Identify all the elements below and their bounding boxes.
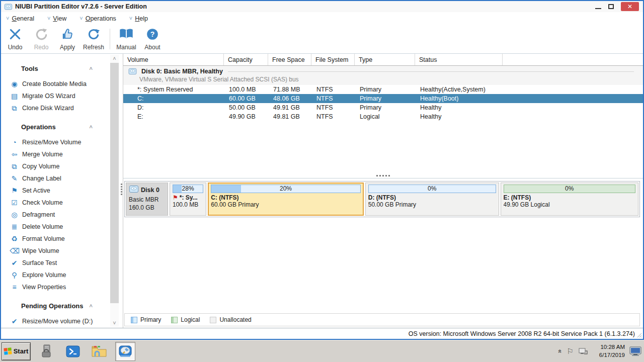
disk-group-row[interactable]: Disk 0: Basic MBR, Healthy VMware, VMwar… <box>123 66 643 85</box>
taskbar-niubi-icon[interactable] <box>115 342 135 361</box>
column-header-file-system[interactable]: File System <box>311 54 355 65</box>
disk-info-box[interactable]: Disk 0Basic MBR160.0 GB <box>126 183 168 216</box>
merge-volume-icon: ⇦ <box>10 151 19 158</box>
partition-label: D: (NTFS) <box>368 194 396 201</box>
partition-detail: 60.00 GB Primary <box>211 201 361 208</box>
taskbar-explorer-icon[interactable] <box>89 342 109 361</box>
maximize-button[interactable] <box>608 4 614 9</box>
hidden-icons-chevron-icon[interactable]: « <box>556 349 564 353</box>
partition-block-cntfs[interactable]: 20%C: (NTFS)60.00 GB Primary <box>208 183 364 216</box>
sidebar-item-label: Change Label <box>22 175 61 182</box>
cell-capacity: 60.00 GB <box>224 95 268 102</box>
clock-time: 10:28 AM <box>593 343 625 351</box>
sidebar-item-resize-move-volume[interactable]: ◔Resize/Move Volume <box>1 136 123 148</box>
sidebar-item-merge-volume[interactable]: ⇦Merge Volume <box>1 148 123 160</box>
sidebar-item-change-label[interactable]: ✎Change Label <box>1 172 123 185</box>
resize-grip[interactable] <box>637 333 642 338</box>
legend-swatch-primary <box>131 317 137 323</box>
toolbar-button-label: Refresh <box>83 44 104 51</box>
volume-row-d[interactable]: D:50.00 GB49.91 GBNTFSPrimaryHealthy <box>123 103 643 112</box>
defragment-icon: ◎ <box>10 211 19 218</box>
apply-button[interactable]: Apply <box>54 25 80 53</box>
sidebar-item-create-bootable-media[interactable]: ◉Create Bootable Media <box>1 78 123 90</box>
sidebar-item-surface-test[interactable]: ✔Surface Test <box>1 257 123 269</box>
menu-general[interactable]: ˅General <box>6 15 34 22</box>
maximize-icon <box>608 4 614 9</box>
volume-row-e[interactable]: E:49.90 GB49.81 GBNTFSLogicalHealthy <box>123 112 643 121</box>
sidebar-item-label: Resize/Move Volume <box>22 139 81 146</box>
manual-button[interactable]: Manual <box>113 25 139 53</box>
migrate-os-icon: ▤ <box>10 93 19 100</box>
scroll-up-icon[interactable]: ˄ <box>110 55 119 62</box>
redo-button[interactable]: Redo <box>28 25 54 53</box>
toolbar-button-label: Apply <box>60 44 75 51</box>
close-button[interactable]: ✕ <box>621 2 639 11</box>
cell-file_system: NTFS <box>311 104 355 111</box>
collapse-caret-icon: ˄ <box>90 65 93 71</box>
sidebar-item-check-volume[interactable]: ☑Check Volume <box>1 197 123 209</box>
partition-block-dntfs[interactable]: 0%D: (NTFS)50.00 GB Primary <box>365 183 499 216</box>
menu-operations[interactable]: ˅Operations <box>79 15 116 22</box>
refresh-button[interactable]: Refresh <box>80 25 107 53</box>
taskbar-clock[interactable]: 10:28 AM 6/17/2019 <box>593 343 625 359</box>
usage-bar: 0% <box>368 185 496 193</box>
cell-file_system: NTFS <box>311 86 355 93</box>
column-header-capacity[interactable]: Capacity <box>224 54 268 65</box>
minimize-button[interactable] <box>595 4 601 9</box>
menu-help[interactable]: ˅Help <box>129 15 148 22</box>
column-header-free-space[interactable]: Free Space <box>268 54 311 65</box>
sidebar-item-label: Defragment <box>22 211 55 218</box>
partition-block-entfs[interactable]: 0%E: (NTFS)49.90 GB Logical <box>501 183 639 216</box>
taskbar-server-manager-icon[interactable] <box>37 342 57 361</box>
column-header-type[interactable]: Type <box>355 54 415 65</box>
undo-button[interactable]: Undo <box>2 25 28 53</box>
cell-type: Primary <box>355 86 415 93</box>
sidebar-item-set-active[interactable]: ⚑Set Active <box>1 185 123 197</box>
taskbar: Start « <box>0 340 644 362</box>
set-active-icon: ⚑ <box>10 187 19 194</box>
sidebar-item-label: Copy Volume <box>22 163 59 170</box>
column-header-status[interactable]: Status <box>415 54 503 65</box>
vertical-splitter-handle[interactable] <box>121 184 122 195</box>
sidebar-section-tools[interactable]: Tools˄ <box>1 62 123 75</box>
sidebar-item-migrate-os-wizard[interactable]: ▤Migrate OS Wizard <box>1 90 123 102</box>
sidebar-item-copy-volume[interactable]: ⧉Copy Volume <box>1 160 123 172</box>
network-tray-icon[interactable] <box>578 347 588 356</box>
menu-label: Operations <box>86 15 116 22</box>
sidebar-item-format-volume[interactable]: ♻Format Volume <box>1 233 123 245</box>
sidebar-item-resize-move-volume-d-[interactable]: ✔Resize/Move volume (D:) <box>1 315 123 327</box>
sidebar-item-delete-volume[interactable]: ≣Delete Volume <box>1 221 123 233</box>
sidebar-item-label: Set Active <box>22 187 50 194</box>
cell-volume: D: <box>123 104 224 111</box>
explore-volume-icon: ⚲ <box>10 272 19 279</box>
sidebar-item-label: View Properties <box>22 284 66 291</box>
sidebar-item-defragment[interactable]: ◎Defragment <box>1 209 123 221</box>
scroll-down-icon[interactable]: ˅ <box>110 319 119 327</box>
toolbar-button-label: About <box>144 44 160 51</box>
cell-free_space: 71.88 MB <box>268 86 311 93</box>
start-button[interactable]: Start <box>2 342 31 360</box>
sidebar-item-label: Wipe Volume <box>22 247 59 254</box>
start-label: Start <box>14 347 29 355</box>
volume-row-c[interactable]: C:60.00 GB48.06 GBNTFSPrimaryHealthy(Boo… <box>123 94 643 103</box>
scrollbar-thumb[interactable] <box>110 63 119 303</box>
volume-row-*systemreserved[interactable]: *: System Reserved100.0 MB71.88 MBNTFSPr… <box>123 85 643 94</box>
sidebar-section-pending-operations[interactable]: Pending Operations˄ <box>1 299 123 312</box>
sidebar-section-operations[interactable]: Operations˄ <box>1 120 123 133</box>
sidebar-item-label: Surface Test <box>22 259 57 266</box>
sidebar-item-clone-disk-wizard[interactable]: ⧉Clone Disk Wizard <box>1 102 123 114</box>
sidebar-item-label: Clone Disk Wizard <box>22 105 74 112</box>
column-header-volume[interactable]: Volume <box>123 54 224 65</box>
cell-file_system: NTFS <box>311 95 355 102</box>
partition-block-sy[interactable]: 28%⚑*: Sy...100.0 MB <box>170 183 206 216</box>
taskbar-powershell-icon[interactable] <box>63 342 83 361</box>
sidebar-item-explore-volume[interactable]: ⚲Explore Volume <box>1 269 123 281</box>
horizontal-splitter-handle[interactable] <box>123 171 643 178</box>
action-center-flag-icon[interactable]: ⚐ <box>567 347 574 356</box>
about-button[interactable]: ?About <box>139 25 166 53</box>
sidebar-item-wipe-volume[interactable]: ⌫Wipe Volume <box>1 245 123 257</box>
menu-view[interactable]: ˅View <box>47 15 66 22</box>
display-tray-icon[interactable] <box>629 346 641 356</box>
sidebar-item-view-properties[interactable]: ≡View Properties <box>1 281 123 293</box>
sidebar-scrollbar[interactable]: ˄ ˅ <box>110 55 119 327</box>
